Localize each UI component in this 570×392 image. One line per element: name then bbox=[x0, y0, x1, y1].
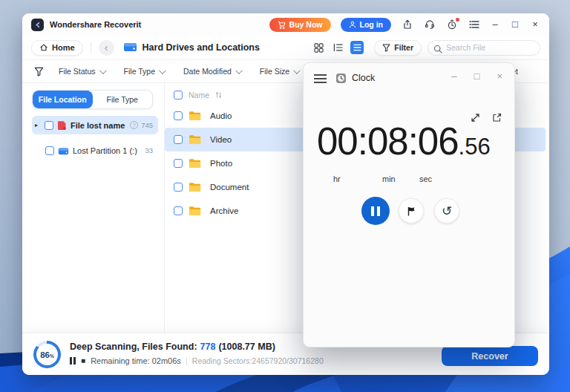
sidebar-item-label: File lost name bbox=[71, 121, 125, 130]
timer-icon[interactable] bbox=[445, 19, 458, 31]
keep-on-top-icon[interactable] bbox=[491, 112, 502, 126]
home-button[interactable]: Home bbox=[31, 40, 83, 56]
checkbox[interactable] bbox=[174, 135, 183, 144]
filter-button[interactable]: Filter bbox=[374, 40, 422, 56]
clock-window: Clock – □ × 00 : 08 : 06 .56 hr min sec … bbox=[303, 62, 515, 347]
checkbox[interactable] bbox=[45, 146, 54, 155]
stopwatch-minutes: 08 bbox=[367, 120, 408, 163]
search-icon bbox=[433, 43, 442, 56]
stopwatch-hours: 00 bbox=[317, 120, 358, 163]
recoverit-logo-icon bbox=[31, 19, 44, 31]
breadcrumb: Hard Drives and Locations bbox=[142, 42, 260, 53]
lost-file-icon bbox=[57, 120, 67, 131]
pause-button[interactable] bbox=[361, 197, 390, 225]
caret-down-icon bbox=[293, 67, 301, 74]
search-input[interactable] bbox=[428, 40, 540, 56]
flag-icon bbox=[407, 206, 416, 216]
sort-icon[interactable] bbox=[215, 91, 222, 99]
notification-dot bbox=[456, 18, 459, 22]
dropdown-file-type[interactable]: File Type bbox=[124, 67, 164, 76]
file-row-label: Archive bbox=[210, 206, 238, 215]
login-label: Log in bbox=[360, 20, 384, 29]
caret-down-icon bbox=[235, 67, 243, 74]
sidebar-item-lost-partition[interactable]: Lost Partition 1 (:) 33 bbox=[42, 141, 158, 160]
folder-icon bbox=[189, 158, 201, 169]
dropdown-file-status[interactable]: File Status bbox=[59, 67, 105, 76]
checkbox[interactable] bbox=[174, 111, 183, 120]
file-row-label: Document bbox=[210, 183, 249, 192]
drive-icon bbox=[123, 41, 137, 55]
lap-flag-button[interactable] bbox=[399, 198, 424, 223]
funnel-icon bbox=[382, 44, 390, 52]
progress-percent: 86 bbox=[40, 350, 50, 359]
dropdown-label: File Size bbox=[260, 67, 289, 76]
stopwatch-seconds: 06 bbox=[418, 120, 459, 163]
filter-funnel-icon bbox=[34, 67, 44, 76]
checkbox[interactable] bbox=[174, 206, 183, 215]
minimize-button[interactable]: – bbox=[490, 19, 500, 30]
checkbox[interactable] bbox=[174, 159, 183, 168]
pause-scan-button[interactable] bbox=[70, 357, 76, 365]
buy-now-button[interactable]: Buy Now bbox=[269, 18, 331, 32]
clock-minimize-button[interactable]: – bbox=[451, 71, 456, 82]
back-button[interactable]: ‹ bbox=[99, 40, 114, 56]
caret-down-icon bbox=[99, 67, 107, 74]
folder-icon bbox=[189, 206, 201, 216]
folder-icon bbox=[189, 134, 201, 145]
help-icon[interactable]: ? bbox=[130, 121, 138, 129]
hamburger-menu-icon[interactable] bbox=[314, 74, 327, 86]
home-label: Home bbox=[52, 43, 75, 52]
scan-controls-line: ■ Remaining time: 02m06s Reading Sectors… bbox=[70, 356, 324, 365]
list-view-icon-active[interactable] bbox=[350, 41, 364, 54]
file-row-label: Video bbox=[210, 135, 232, 144]
clock-window-title: Clock bbox=[352, 73, 375, 83]
stopwatch-controls: ↺ bbox=[304, 197, 514, 226]
reset-button[interactable]: ↺ bbox=[434, 198, 459, 223]
expand-arrow-icon[interactable]: ▸ bbox=[35, 122, 41, 128]
menu-list-icon[interactable] bbox=[468, 19, 480, 31]
divider bbox=[91, 42, 91, 53]
colon: : bbox=[408, 120, 418, 163]
stop-scan-button[interactable]: ■ bbox=[81, 357, 85, 365]
tab-file-type[interactable]: File Type bbox=[93, 91, 153, 108]
remaining-time-value: 02m06s bbox=[152, 356, 181, 365]
reading-sectors: Reading Sectors:24657920/30716280 bbox=[192, 356, 324, 365]
home-icon bbox=[39, 43, 48, 52]
dropdown-label: File Type bbox=[124, 67, 155, 76]
remaining-time-label: Remaining time: bbox=[91, 356, 149, 365]
caret-down-icon bbox=[159, 67, 166, 74]
tab-file-location[interactable]: File Location bbox=[33, 91, 93, 108]
grid-view-icon[interactable] bbox=[312, 41, 325, 54]
name-column-header[interactable]: Name bbox=[189, 91, 209, 99]
support-headset-icon[interactable] bbox=[423, 19, 436, 31]
divider bbox=[186, 357, 187, 365]
scan-label: Deep Scanning, Files Found: bbox=[70, 342, 197, 352]
clock-maximize-button[interactable]: □ bbox=[474, 71, 480, 82]
share-icon[interactable] bbox=[401, 19, 413, 31]
percent-sign: % bbox=[50, 353, 54, 359]
sidebar-tabs: File Location File Type bbox=[32, 90, 153, 109]
checkbox[interactable] bbox=[45, 121, 53, 130]
maximize-button[interactable]: □ bbox=[510, 19, 520, 30]
recover-button[interactable]: Recover bbox=[442, 346, 538, 366]
clock-close-button[interactable]: × bbox=[497, 71, 502, 82]
sec-label: sec bbox=[419, 174, 432, 183]
dropdown-date-modified[interactable]: Date Modified bbox=[183, 67, 240, 76]
sidebar-item-file-lost-name[interactable]: ▸ File lost name ? 745 bbox=[32, 116, 158, 134]
files-found-count: 778 bbox=[200, 342, 216, 352]
checkbox[interactable] bbox=[174, 183, 183, 192]
stopwatch-fraction: .56 bbox=[459, 134, 491, 160]
navbar: Home ‹ Hard Drives and Locations Filter bbox=[22, 36, 549, 60]
file-row-label: Audio bbox=[210, 111, 232, 120]
detail-list-view-icon[interactable] bbox=[331, 41, 344, 54]
login-button[interactable]: Log in bbox=[341, 18, 392, 32]
file-row-label: Photo bbox=[210, 159, 232, 168]
partition-icon bbox=[58, 146, 69, 155]
stopwatch-display: 00 : 08 : 06 .56 bbox=[317, 120, 491, 163]
scan-progress-ring: 86% bbox=[33, 341, 61, 368]
scan-status-line: Deep Scanning, Files Found: 778 (1008.77… bbox=[70, 342, 275, 352]
select-all-checkbox[interactable] bbox=[174, 91, 183, 99]
close-button[interactable]: × bbox=[530, 19, 540, 30]
dropdown-file-size[interactable]: File Size bbox=[260, 67, 298, 76]
min-label: min bbox=[382, 174, 396, 183]
